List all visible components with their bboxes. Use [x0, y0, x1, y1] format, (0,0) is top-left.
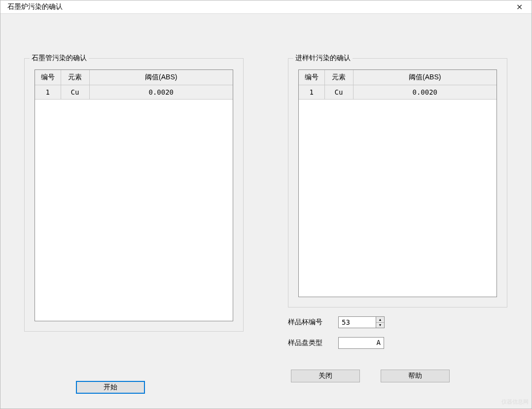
close-button[interactable]: 关闭	[291, 370, 360, 382]
window-title: 石墨炉污染的确认	[7, 2, 63, 11]
graphite-tube-table: 编号 元素 阈值(ABS) 1 Cu 0.0020	[35, 70, 233, 100]
disk-type-value: A	[338, 337, 384, 349]
cell-element: Cu	[324, 85, 353, 100]
disk-type-row: 样品盘类型 A	[288, 337, 507, 349]
injection-needle-table: 编号 元素 阈值(ABS) 1 Cu 0.0020	[299, 70, 497, 100]
table-row[interactable]: 1 Cu 0.0020	[299, 85, 497, 100]
help-button[interactable]: 帮助	[381, 370, 450, 382]
injection-needle-table-wrapper[interactable]: 编号 元素 阈值(ABS) 1 Cu 0.0020	[298, 69, 497, 297]
spinner-up-icon[interactable]: ▲	[376, 317, 384, 323]
injection-needle-title: 进样针污染的确认	[293, 54, 353, 63]
right-button-row: 关闭 帮助	[288, 370, 507, 382]
graphite-tube-table-wrapper[interactable]: 编号 元素 阈值(ABS) 1 Cu 0.0020	[35, 69, 233, 321]
cup-number-row: 样品杯编号 ▲ ▼	[288, 316, 507, 328]
col-header-element: 元素	[324, 70, 353, 85]
col-header-element: 元素	[61, 70, 89, 85]
cup-number-label: 样品杯编号	[288, 318, 328, 327]
cup-number-spinner: ▲ ▼	[338, 316, 385, 328]
cell-num: 1	[35, 85, 61, 100]
graphite-tube-groupbox: 石墨管污染的确认 编号 元素 阈值(ABS) 1	[24, 58, 244, 332]
watermark: 仪器信息网	[501, 398, 529, 406]
left-button-row: 开始	[24, 381, 244, 394]
col-header-num: 编号	[299, 70, 324, 85]
graphite-tube-title: 石墨管污染的确认	[30, 54, 89, 63]
table-row[interactable]: 1 Cu 0.0020	[35, 85, 233, 100]
col-header-threshold: 阈值(ABS)	[89, 70, 233, 85]
cell-element: Cu	[61, 85, 89, 100]
graphite-tube-panel: 石墨管污染的确认 编号 元素 阈值(ABS) 1	[24, 58, 244, 394]
disk-type-label: 样品盘类型	[288, 339, 328, 347]
cup-number-input[interactable]	[338, 316, 376, 328]
cell-num: 1	[299, 85, 324, 100]
spinner-buttons: ▲ ▼	[376, 316, 385, 328]
start-button[interactable]: 开始	[76, 381, 145, 394]
injection-needle-groupbox: 进样针污染的确认 编号 元素 阈值(ABS) 1	[288, 58, 507, 307]
injection-needle-panel: 进样针污染的确认 编号 元素 阈值(ABS) 1	[288, 58, 507, 394]
cell-threshold: 0.0020	[89, 85, 233, 100]
right-controls: 样品杯编号 ▲ ▼ 样品盘类型 A 关闭 帮助	[288, 316, 507, 382]
col-header-threshold: 阈值(ABS)	[353, 70, 497, 85]
col-header-num: 编号	[35, 70, 61, 85]
title-bar: 石墨炉污染的确认 ✕	[0, 0, 532, 14]
dialog-window: 石墨炉污染的确认 ✕ 石墨管污染的确认 编号 元素 阈值(ABS)	[0, 0, 532, 409]
close-icon[interactable]: ✕	[512, 1, 527, 13]
spinner-down-icon[interactable]: ▼	[376, 323, 384, 328]
cell-threshold: 0.0020	[353, 85, 497, 100]
dialog-content: 石墨管污染的确认 编号 元素 阈值(ABS) 1	[0, 14, 532, 409]
